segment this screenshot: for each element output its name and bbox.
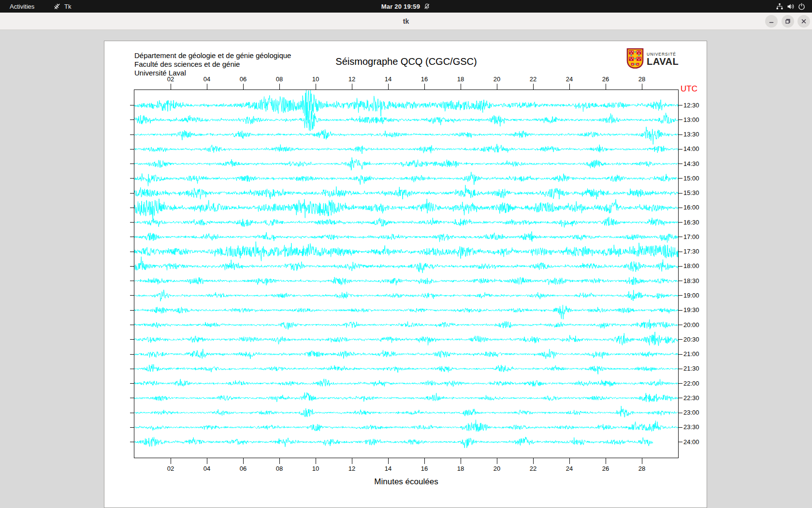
row-tick-left [130,281,134,281]
row-tick-left [130,383,134,384]
row-tick-left [130,134,134,135]
running-app-indicator[interactable]: Tk [53,0,71,13]
x-axis-tick-label: 06 [236,75,250,83]
x-axis-tick [207,458,207,464]
activities-label: Activities [10,3,34,10]
x-axis-tick-label: 12 [345,465,359,472]
minimize-button[interactable] [765,15,778,28]
row-tick-right [679,325,682,325]
utc-time-label: 20:00 [683,321,699,329]
utc-time-label: 17:30 [683,248,699,255]
row-tick-right [679,149,682,149]
window-titlebar[interactable]: tk [0,13,812,30]
x-axis-tick-label: 28 [635,75,649,83]
row-tick-left [130,164,134,164]
window-title: tk [0,13,812,30]
logo-universite-label: UNIVERSITÉ [647,52,679,57]
x-axis-tick-label: 28 [635,465,649,472]
utc-time-label: 24:00 [683,438,699,446]
utc-time-label: 14:30 [683,160,699,167]
row-tick-right [679,252,682,252]
utc-time-label: 21:00 [683,350,699,358]
x-axis-tick-label: 02 [163,465,178,472]
activities-button[interactable]: Activities [8,0,36,13]
system-status-area[interactable] [776,0,805,13]
utc-time-label: 19:00 [683,292,699,299]
utc-time-label: 18:00 [683,262,699,269]
x-axis-tick-label: 04 [200,465,214,472]
x-axis-tick-label: 16 [417,465,432,472]
row-tick-right [679,413,682,413]
x-axis-tick [279,458,280,464]
row-tick-left [130,222,134,223]
row-tick-left [130,105,134,105]
row-tick-left [130,369,134,369]
utc-time-label: 22:00 [683,380,699,387]
row-tick-left [130,325,134,325]
row-tick-right [679,237,682,237]
utc-time-label: 14:00 [683,145,699,152]
row-tick-right [679,281,682,281]
row-tick-right [679,178,682,179]
row-tick-right [679,383,682,384]
utc-time-label: 23:00 [683,409,699,416]
plot-title: Séismographe QCQ (CGC/GSC) [134,56,678,67]
x-axis-tick [497,458,497,464]
x-axis-tick [388,458,389,464]
maximize-button[interactable] [782,15,794,28]
row-tick-left [130,339,134,340]
utc-time-label: 15:30 [683,189,699,196]
x-axis-tick-label: 18 [453,75,468,83]
volume-icon [787,3,795,10]
row-tick-left [130,178,134,179]
row-tick-right [679,222,682,223]
utc-time-label: 18:30 [683,277,699,284]
utc-time-label: 13:00 [683,116,699,123]
notifications-muted-icon [423,3,431,10]
clock-menu[interactable]: Mar 20 19:59 [381,0,431,13]
x-axis-tick [279,84,280,90]
x-axis-tick [569,458,570,464]
utc-time-label: 13:30 [683,131,699,138]
desktop: Activities Tk Mar 20 19:59 [0,0,812,508]
x-axis-tick [316,84,316,90]
x-axis-title: Minutes écoulées [134,477,678,487]
x-axis-tick-label: 16 [417,75,432,83]
row-tick-left [130,266,134,267]
x-axis-tick-label: 14 [381,465,395,472]
x-axis-tick [569,84,570,90]
laval-shield-icon [626,48,644,71]
x-axis-tick [497,84,497,90]
x-axis-tick [243,458,244,464]
row-tick-left [130,427,134,428]
row-tick-right [679,354,682,355]
row-tick-right [679,427,682,428]
row-tick-left [130,398,134,398]
running-app-label: Tk [64,3,71,10]
utc-time-label: 19:30 [683,306,699,314]
close-button[interactable] [798,15,810,28]
utc-time-label: 20:30 [683,336,699,343]
row-tick-right [679,105,682,105]
utc-time-label: 15:00 [683,175,699,182]
row-tick-right [679,369,682,369]
row-tick-left [130,442,134,442]
network-wired-icon [776,3,783,10]
minimize-icon [768,18,775,25]
row-tick-left [130,252,134,252]
x-axis-tick-label: 04 [200,75,214,83]
gnome-top-bar: Activities Tk Mar 20 19:59 [0,0,812,13]
row-tick-left [130,149,134,149]
seismograph-canvas: Département de géologie et de génie géol… [104,41,707,508]
utc-axis-label: UTC [681,84,697,94]
x-axis-tick [171,458,171,464]
x-axis-tick [461,458,461,464]
x-axis-tick [207,84,207,90]
x-axis-tick-label: 14 [381,75,395,83]
x-axis-tick [352,84,352,90]
power-icon [798,3,805,10]
x-axis-tick [642,458,642,464]
row-tick-left [130,208,134,208]
x-axis-tick [424,458,425,464]
row-tick-right [679,193,682,194]
